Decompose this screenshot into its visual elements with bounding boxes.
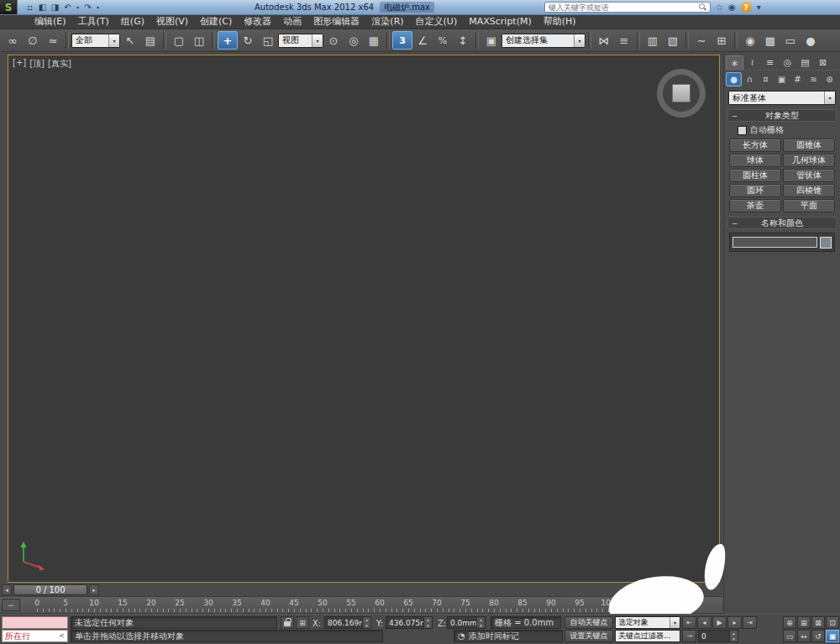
menu-item-1[interactable]: 编辑(E) — [29, 15, 72, 29]
search-icon[interactable] — [699, 3, 707, 12]
spinner-snap-icon[interactable]: ↕ — [453, 31, 473, 50]
category-helpers-icon[interactable]: # — [790, 72, 806, 86]
menu-item-5[interactable]: 创建(C) — [194, 15, 238, 29]
new-scene-icon[interactable]: ▫ — [24, 2, 35, 13]
edit-named-sets-icon[interactable]: ▣ — [481, 31, 501, 50]
auto-key-button[interactable]: 自动关键点 — [564, 616, 613, 629]
tab-display-icon[interactable]: ▤ — [796, 55, 814, 70]
redo-caret-icon[interactable]: ▾ — [95, 2, 101, 13]
object-color-swatch[interactable] — [820, 237, 832, 249]
window-crossing-icon[interactable]: ◫ — [189, 31, 209, 50]
favorites-star-icon[interactable]: ☆ — [716, 3, 723, 12]
menu-item-10[interactable]: 自定义(U) — [410, 15, 464, 29]
object-type-button-3-1[interactable]: 四棱锥 — [783, 184, 835, 197]
menu-item-12[interactable]: 帮助(H) — [538, 15, 582, 29]
object-type-button-1-0[interactable]: 球体 — [729, 154, 781, 167]
selection-filter-dropdown[interactable]: 全部 ▾ — [71, 34, 120, 48]
bind-to-space-warp-icon[interactable]: ≈ — [43, 31, 63, 50]
tab-hierarchy-icon[interactable]: ≡ — [761, 55, 779, 70]
listener-scroll-icon[interactable]: < — [59, 632, 65, 640]
zoom-all-icon[interactable]: ⊞ — [797, 616, 811, 629]
object-type-button-0-1[interactable]: 圆锥体 — [783, 139, 835, 152]
viewport-top[interactable]: [+] [顶] [真实] — [8, 55, 720, 583]
keyboard-override-icon[interactable]: ▦ — [364, 31, 384, 50]
menu-item-11[interactable]: MAXScript(M) — [463, 15, 538, 29]
help-icon[interactable]: ? — [741, 2, 752, 13]
select-and-rotate-icon[interactable]: ↻ — [238, 31, 258, 50]
z-coord-field[interactable]: 0.0mm ▴▾ — [447, 616, 486, 629]
autogrid-checkbox[interactable] — [738, 126, 747, 135]
object-type-button-1-1[interactable]: 几何球体 — [783, 154, 835, 167]
viewcube-face[interactable] — [672, 84, 690, 102]
rectangular-selection-region-icon[interactable]: ▢ — [169, 31, 189, 50]
render-setup-icon[interactable]: ▩ — [760, 31, 780, 50]
viewcube[interactable] — [657, 69, 706, 118]
rollout-name-color[interactable]: − 名称和颜色 — [727, 217, 837, 229]
pan-view-icon[interactable]: ↔ — [797, 630, 811, 642]
y-coord-field[interactable]: 436.075mm ▴▾ — [386, 616, 433, 629]
go-to-end-icon[interactable]: ⇥ — [743, 616, 757, 629]
key-filters-button[interactable]: 关键点过滤器... — [615, 630, 680, 642]
save-file-icon[interactable]: ◨ — [50, 2, 60, 13]
zoom-icon[interactable]: ⊕ — [783, 616, 796, 629]
reference-coordinate-dropdown[interactable]: 视图 ▾ — [278, 34, 323, 48]
menu-item-8[interactable]: 图形编辑器 — [307, 15, 365, 29]
snap-toggle-3d-icon[interactable]: 3 — [392, 31, 412, 50]
select-and-link-icon[interactable]: ∞ — [3, 31, 23, 50]
x-spinner[interactable]: ▴▾ — [362, 617, 370, 628]
menu-item-2[interactable]: 工具(T) — [72, 15, 115, 29]
time-slider-next-icon[interactable]: ▸ — [89, 584, 99, 595]
time-slider-handle[interactable]: 0 / 100 — [13, 584, 87, 595]
rendered-frame-window-icon[interactable]: ▭ — [780, 31, 801, 50]
mirror-icon[interactable]: ⋈ — [594, 31, 614, 50]
tab-create-icon[interactable]: ∗ — [726, 55, 743, 70]
current-frame-field[interactable]: 0 ▴▾ — [698, 630, 738, 642]
percent-snap-icon[interactable]: % — [433, 31, 453, 50]
tab-utilities-icon[interactable]: ⊠ — [814, 55, 832, 70]
object-name-input[interactable] — [732, 237, 817, 248]
menu-item-3[interactable]: 组(G) — [115, 15, 150, 29]
rollout-object-type[interactable]: − 对象类型 — [727, 109, 837, 122]
object-type-button-2-0[interactable]: 圆柱体 — [729, 169, 781, 182]
selected-filter-dropdown[interactable]: 选定对象 ▾ — [615, 616, 680, 629]
menu-item-9[interactable]: 渲染(R) — [365, 15, 409, 29]
object-type-button-3-0[interactable]: 圆环 — [729, 184, 781, 197]
zoom-extents-all-icon[interactable]: ⊡ — [826, 616, 839, 629]
zoom-region-icon[interactable]: ▭ — [783, 630, 796, 642]
material-editor-icon[interactable]: ◉ — [740, 31, 760, 50]
angle-snap-icon[interactable]: ∠ — [412, 31, 433, 50]
align-icon[interactable]: ≡ — [614, 31, 634, 50]
z-spinner[interactable]: ▴▾ — [476, 617, 485, 628]
app-logo-button[interactable]: S — [0, 0, 18, 14]
redo-icon[interactable]: ↷ — [82, 2, 93, 13]
communication-center-icon[interactable]: ◉ — [728, 3, 736, 12]
category-spacewarps-icon[interactable]: ≋ — [806, 72, 822, 86]
category-geometry-icon[interactable]: ● — [726, 72, 742, 86]
layer-manager-icon[interactable]: ▥ — [643, 31, 663, 50]
tab-modify-icon[interactable]: ≀ — [743, 55, 761, 70]
open-file-icon[interactable]: ◧ — [37, 2, 48, 13]
select-and-scale-icon[interactable]: ◱ — [258, 31, 278, 50]
graphite-ribbon-icon[interactable]: ▧ — [663, 31, 683, 50]
category-systems-icon[interactable]: ⊛ — [822, 72, 837, 86]
undo-icon[interactable]: ↶ — [62, 2, 73, 13]
undo-caret-icon[interactable]: ▾ — [75, 2, 81, 13]
tab-motion-icon[interactable]: ◎ — [779, 55, 796, 70]
select-by-name-icon[interactable]: ▤ — [140, 31, 160, 50]
category-cameras-icon[interactable]: ▣ — [774, 72, 790, 86]
use-pivot-center-icon[interactable]: ⊙ — [323, 31, 344, 50]
play-animation-icon[interactable]: ▶ — [712, 616, 727, 629]
viewport-menu-pov[interactable]: [顶] — [29, 58, 45, 70]
category-shapes-icon[interactable]: ∩ — [742, 72, 758, 86]
time-slider-prev-icon[interactable]: ◂ — [2, 584, 12, 595]
selection-lock-icon[interactable] — [281, 616, 294, 629]
next-frame-icon[interactable]: ▸ — [727, 616, 742, 629]
object-type-button-4-1[interactable]: 平面 — [783, 199, 835, 212]
key-mode-toggle-icon[interactable]: ⊸ — [682, 630, 696, 642]
absolute-offset-mode-icon[interactable]: ⊞ — [296, 616, 309, 629]
menu-item-6[interactable]: 修改器 — [238, 15, 277, 29]
zoom-extents-icon[interactable]: ⊠ — [811, 616, 825, 629]
menu-item-4[interactable]: 视图(V) — [150, 15, 194, 29]
maxscript-mini-listener[interactable] — [2, 616, 68, 629]
category-lights-icon[interactable]: ¤ — [758, 72, 774, 86]
